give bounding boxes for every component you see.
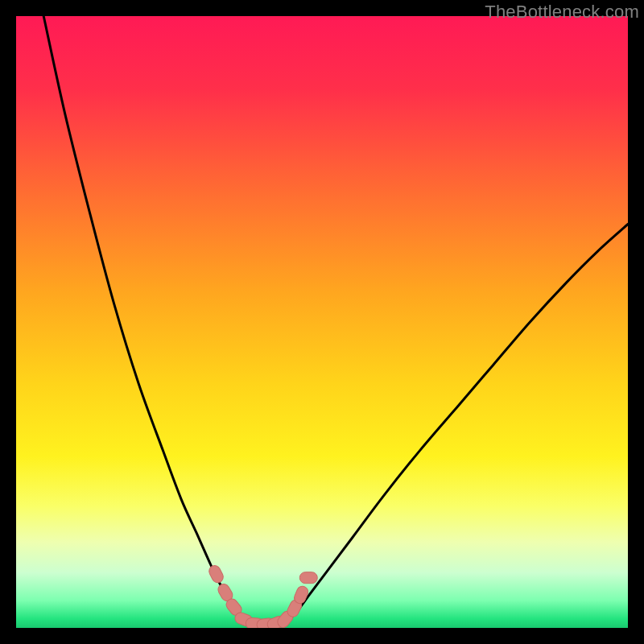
watermark-text: TheBottleneck.com — [485, 2, 639, 23]
bottleneck-chart — [16, 16, 628, 628]
marker-point — [299, 572, 317, 584]
chart-frame — [16, 16, 628, 628]
gradient-background — [16, 16, 628, 628]
